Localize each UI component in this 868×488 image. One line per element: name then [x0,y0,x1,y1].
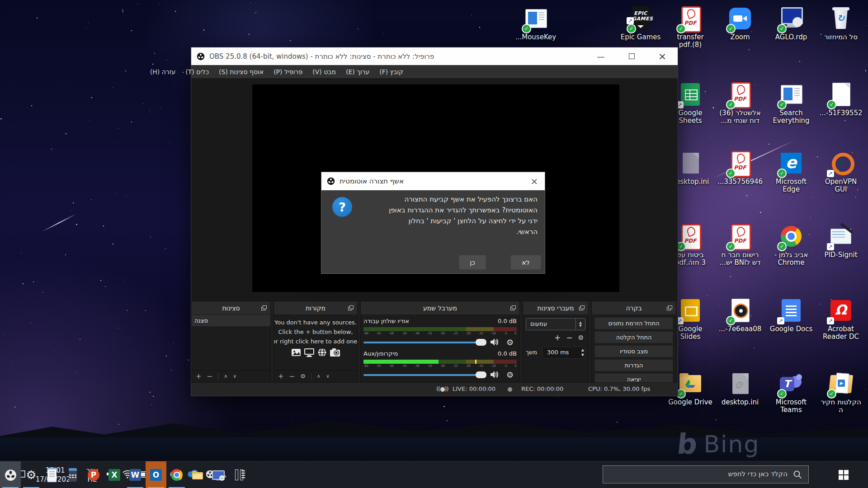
taskbar-app-task-view[interactable] [229,461,250,488]
taskbar-app-calculator[interactable] [62,461,83,488]
close-button[interactable]: × [647,47,678,65]
remove-source-button[interactable]: − [289,372,295,380]
add-source-button[interactable]: + [278,372,284,380]
taskbar-app-notepad[interactable] [42,461,62,488]
add-scene-button[interactable]: + [196,372,202,380]
yes-button[interactable]: כן [459,255,486,270]
volume-slider[interactable] [363,342,485,343]
studio-mode-button[interactable]: מצב סטודיו [594,345,673,357]
menu-item-1[interactable]: ערוך (E) [341,68,374,75]
taskbar-app-excel[interactable]: X [104,461,125,488]
desktop-icon-transfer-pdf[interactable]: PDF✓transfer (8).pdf [665,5,716,49]
remove-scene-button[interactable]: − [207,372,213,380]
add-transition-button[interactable]: + [554,333,561,342]
desktop-icon-zoom[interactable]: ✓Zoom [715,5,765,41]
scene-transitions-panel: מעברי סצינות עמעום ▲▼ + − ⚙ משך 300 ms ▲… [523,301,589,382]
taskbar-app-chrome[interactable] [166,461,187,488]
hakraot-folder-icon: ▶✓ [828,371,854,397]
taskbar-app-settings[interactable]: ⚙ [21,461,42,488]
aglo-rdp-icon: ✓ [778,5,804,32]
transition-properties-gear-icon[interactable]: ⚙ [578,334,584,341]
dock-popout-icon[interactable] [510,305,516,310]
speaker-icon[interactable] [490,338,499,348]
source-up-button[interactable]: ∧ [317,373,321,379]
taskbar-app-powerpoint[interactable]: P [83,461,104,488]
menu-item-4[interactable]: אוסף סצינות (S) [214,68,269,75]
menu-item-5[interactable]: כלים (T) [180,68,214,75]
taskbar-app-outlook[interactable]: O [146,461,166,488]
sources-panel-title: מקורות [306,305,326,312]
dialog-close-button[interactable]: × [524,172,545,190]
start-button[interactable] [831,461,856,488]
pdf-bituach-icon: PDF✓ [677,223,703,249]
desktop-icon-aglo-rdp[interactable]: ✓AGLO.rdp [766,5,816,41]
source-properties-gear-icon[interactable]: ⚙ [300,373,306,380]
volume-slider-handle[interactable] [476,339,486,346]
menu-item-6[interactable]: עזרה (H) [145,68,181,75]
desktop-icon-recycle-bin[interactable]: ↻סל המיחזור [816,5,866,41]
mousekey-icon: ✓ [523,5,549,32]
desktop-icon-doc-7e6eaa08[interactable]: ✓7e6eaa08-... [715,297,765,333]
desktop-icon-label: הקלטות חקיר ה [816,399,866,414]
menu-item-3[interactable]: פרופיל (P) [269,68,307,75]
taskbar-search-input[interactable]: הקלד כאן כדי לחפש [603,465,809,483]
duration-spinbox[interactable]: 300 ms ▲▼ [542,347,585,359]
desktop-icon-pdf-rishum[interactable]: PDF✓רישום חבר ח דש לBNI יש... [715,223,765,267]
desktop-icon-search-everything[interactable]: ✓Search Everything [766,81,816,125]
scene-down-button[interactable]: ∨ [233,373,236,379]
desktop-icon-doc-51f39552[interactable]: ✓51F39552-... [816,81,866,117]
dialog-titlebar[interactable]: אשף תצורה אוטומטית × [321,172,545,190]
desktop-icon-desktop-ini-2[interactable]: ⚙desktop.ini [715,371,765,406]
speaker-icon[interactable] [490,371,499,380]
taskbar-app-obs[interactable] [0,461,21,488]
maximize-button[interactable] [616,47,647,65]
taskbar-app-remote-desktop[interactable]: » [208,461,229,488]
desktop-icon-pdf-alshteler[interactable]: PDF✓אלשטלר (36) דוח שנתי מ... [715,81,765,125]
controls-panel: בקרה התחל הזרמת נתוניםהתחל הקלטהמצב סטוד… [591,301,676,382]
mixer-gear-icon[interactable]: ⚙ [506,370,514,380]
obs-titlebar[interactable]: OBS 25.0.8 (64-bit, windows) - פרופיל: ל… [191,47,678,65]
scenes-panel: סצינות סצנה + − ∧ ∨ [191,301,271,382]
desktop-icon-acrobat-reader[interactable]: Ω↗Acrobat Reader DC [816,297,866,341]
menu-item-2[interactable]: מבט (V) [307,68,341,75]
question-icon: ? [332,197,352,217]
transition-select[interactable]: עמעום ▲▼ [526,318,585,330]
source-down-button[interactable]: ∨ [326,373,330,379]
mixer-gear-icon[interactable]: ⚙ [506,338,514,347]
scene-up-button[interactable]: ∧ [224,373,227,379]
desktop-icon-chrome-aviv[interactable]: ✓אביב גלמן - Chrome [766,223,816,267]
desktop-icon-pid-signit[interactable]: ↗PID-Signit [816,223,866,259]
desktop-ini-2-icon: ⚙ [727,371,753,397]
menu-item-0[interactable]: קובץ (F) [374,68,408,75]
minimize-button[interactable]: — [585,47,616,65]
no-button[interactable]: לא [510,255,541,270]
sync-check-badge-icon: ✓ [522,24,531,33]
dock-popout-icon[interactable] [348,305,354,310]
windows-logo-icon [839,470,849,480]
desktop-icon-hakraot-folder[interactable]: ▶✓הקלטות חקיר ה [816,371,866,414]
dock-popout-icon[interactable] [667,305,672,310]
sync-check-badge-icon: ✓ [726,24,736,33]
pdf-alshteler-icon: PDF✓ [727,81,753,108]
doc-51f39552-icon: ✓ [828,81,854,108]
desktop-icon-microsoft-edge[interactable]: e✓Microsoft Edge [766,150,816,193]
taskbar-app-file-explorer[interactable] [187,461,208,488]
dock-popout-icon[interactable] [579,305,585,310]
dock-popout-icon[interactable] [261,305,267,310]
desktop-icon-microsoft-teams[interactable]: T✓Microsoft Teams [766,371,816,414]
scene-list-item[interactable]: סצנה [192,315,270,326]
desktop-icon-epic-games[interactable]: EPIC GAMES✓↗Epic Games [615,5,666,41]
spinbox-chevrons-icon[interactable]: ▲▼ [581,347,584,357]
start-streaming-button[interactable]: התחל הזרמת נתונים [594,317,673,329]
desktop-icon-mousekey[interactable]: ✓MouseKey... [510,5,561,41]
settings-button[interactable]: הגדרות [594,359,673,371]
desktop-icon-pdf-335756946[interactable]: PDF✓335756946... [715,150,765,186]
taskbar-app-word[interactable]: W [125,461,146,488]
volume-slider[interactable] [363,374,485,376]
start-recording-button[interactable]: התחל הקלטה [594,331,673,343]
desktop-icon-openvpn-gui[interactable]: ↗OpenVPN GUI [816,150,866,193]
desktop-icon-google-docs[interactable]: ↗Google Docs [766,297,816,333]
remove-transition-button[interactable]: − [566,333,572,342]
desktop-icon-label: רישום חבר ח דש לBNI יש... [715,251,765,267]
volume-slider-handle[interactable] [476,371,486,378]
